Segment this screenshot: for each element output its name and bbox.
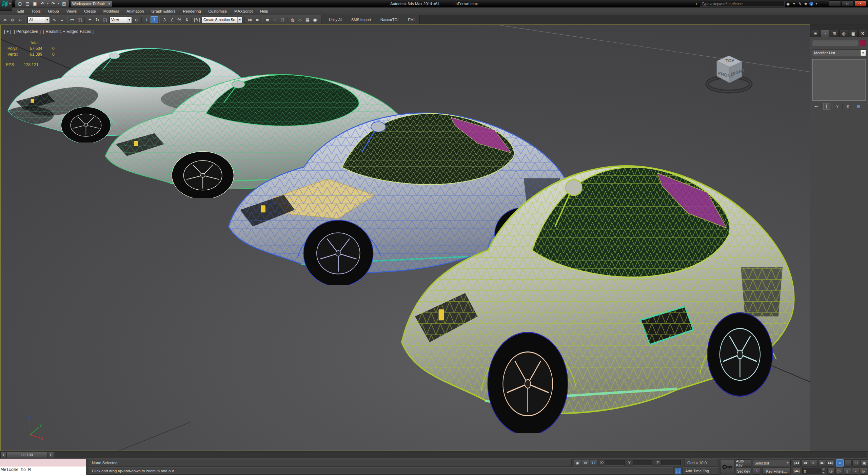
- viewcube-top-label[interactable]: TOP: [725, 58, 735, 63]
- keyboard-shortcut-override-toggle-button[interactable]: ⇧: [151, 16, 158, 23]
- application-menu-button[interactable]: ▾: [0, 0, 12, 11]
- unlink-selection-button[interactable]: ⊘: [9, 16, 16, 23]
- key-filters-button[interactable]: Key Filters...: [762, 468, 791, 475]
- perspective-viewport[interactable]: [ + ] [ Perspective ] [ Realistic + Edge…: [0, 24, 810, 451]
- render-production-button[interactable]: ◉: [311, 16, 319, 23]
- orbit-button[interactable]: ◔: [852, 468, 859, 475]
- window-crossing-toggle-button[interactable]: ◫: [76, 16, 83, 23]
- previous-frame-button[interactable]: ◀▮: [801, 459, 809, 467]
- remove-modifier-button[interactable]: ⊗: [844, 103, 851, 110]
- maximize-viewport-toggle-button[interactable]: ◲: [860, 468, 867, 475]
- restore-button[interactable]: ▭: [842, 0, 854, 6]
- custom-button-nascartgi[interactable]: NascarTGI: [376, 16, 403, 23]
- field-of-view-button[interactable]: ▷: [835, 468, 843, 475]
- show-end-result-button[interactable]: ∥: [823, 103, 830, 110]
- mirror-button[interactable]: ⋈: [246, 16, 254, 23]
- menu-edit[interactable]: Edit: [14, 8, 28, 14]
- tab-utilities[interactable]: ⚒: [858, 30, 867, 37]
- snaps-toggle-button[interactable]: 3: [161, 16, 168, 23]
- viewport-shading-menu[interactable]: [ Realistic + Edged Faces ]: [43, 29, 93, 34]
- render-setup-button[interactable]: ♨: [296, 16, 304, 23]
- help-caret-icon[interactable]: ▾: [815, 2, 817, 5]
- pin-stack-button[interactable]: ⊷: [813, 103, 820, 110]
- time-tag-icon[interactable]: ⬚: [675, 468, 681, 474]
- select-by-name-button[interactable]: ≡: [58, 16, 66, 23]
- tab-hierarchy[interactable]: ⊞: [830, 30, 839, 37]
- key-mode-toggle[interactable]: |◀▶|: [793, 468, 801, 474]
- communication-center-icon[interactable]: ✎: [798, 2, 801, 6]
- object-name-field[interactable]: [812, 40, 858, 46]
- align-button[interactable]: ≍: [254, 16, 261, 23]
- help-icon[interactable]: ?: [809, 2, 813, 6]
- menu-views[interactable]: Views: [63, 8, 80, 14]
- play-animation-button[interactable]: ▷: [810, 459, 817, 467]
- viewport-nav-menu[interactable]: [ + ]: [4, 29, 11, 34]
- next-frame-button[interactable]: ▮▶: [818, 459, 826, 467]
- search-binoculars-icon[interactable]: ◉: [787, 2, 790, 6]
- spinner-snap-toggle-button[interactable]: ⇕: [183, 16, 191, 23]
- select-and-scale-button[interactable]: ◱: [101, 16, 108, 23]
- material-editor-button[interactable]: ◍: [289, 16, 296, 23]
- rectangular-selection-region-button[interactable]: ▭: [68, 16, 76, 23]
- reference-coordinate-system-dropdown[interactable]: View▼: [110, 17, 132, 23]
- tab-display[interactable]: ▣: [849, 30, 858, 37]
- menu-modifiers[interactable]: Modifiers: [100, 8, 123, 14]
- viewport-pov-menu[interactable]: [ Perspective ]: [14, 29, 41, 34]
- selection-filter-dropdown[interactable]: All▼: [27, 17, 50, 23]
- undo-icon-caret[interactable]: ▾: [46, 2, 49, 5]
- search-input[interactable]: Type a keyword or phrase: [700, 1, 785, 7]
- open-file-icon[interactable]: ◳: [24, 1, 31, 6]
- time-slider-handle[interactable]: 0 / 100: [6, 452, 48, 458]
- modifier-stack-list[interactable]: [812, 59, 866, 100]
- tab-modify[interactable]: ◔: [820, 30, 829, 37]
- redo-icon-caret[interactable]: ▾: [57, 2, 60, 5]
- modifier-list-dropdown[interactable]: Modifier List ▼: [812, 50, 866, 56]
- project-folder-icon[interactable]: ▤: [61, 1, 67, 6]
- save-file-icon[interactable]: ▣: [32, 1, 38, 6]
- set-key-button[interactable]: Set Key: [736, 468, 751, 475]
- selection-set-dropdown[interactable]: Selected▼: [753, 460, 791, 466]
- select-and-move-button[interactable]: ⌖: [86, 16, 94, 23]
- select-object-button[interactable]: ⇖: [51, 16, 58, 23]
- bind-to-space-warp-button[interactable]: ≋: [16, 16, 24, 23]
- close-button[interactable]: ×: [854, 0, 867, 6]
- favorites-icon[interactable]: ★: [804, 2, 808, 6]
- tab-motion[interactable]: ◎: [839, 30, 848, 37]
- walk-through-button[interactable]: ‼: [844, 468, 851, 475]
- select-and-manipulate-button[interactable]: ∔: [143, 16, 151, 23]
- go-to-start-button[interactable]: |◀◀: [793, 459, 801, 467]
- set-keys-button[interactable]: [720, 460, 734, 474]
- absolute-offset-mode-toggle-button[interactable]: ⊡: [590, 460, 597, 466]
- infocenter-collapse-icon[interactable]: ▸: [696, 2, 698, 5]
- configure-modifier-sets-button[interactable]: ▦: [855, 103, 862, 110]
- coord-z-field[interactable]: [661, 460, 681, 466]
- viewcube[interactable]: TOP FRONT RIGHT: [702, 48, 756, 98]
- menu-graph-editors[interactable]: Graph Editors: [148, 8, 179, 14]
- angle-snap-toggle-button[interactable]: ∠: [168, 16, 176, 23]
- wireframe-car-chartreuse[interactable]: [390, 114, 808, 433]
- object-color-swatch[interactable]: [860, 40, 866, 46]
- add-time-tag[interactable]: Add Time Tag: [682, 467, 719, 475]
- menu-animation[interactable]: Animation: [123, 8, 147, 14]
- current-frame-field[interactable]: 0: [802, 468, 821, 474]
- manage-layers-button[interactable]: ≣: [264, 16, 271, 23]
- workspace-dropdown[interactable]: Workspace: Default ▼: [71, 1, 112, 7]
- time-configuration-button[interactable]: ◷: [827, 468, 835, 475]
- menu-create[interactable]: Create: [80, 8, 100, 14]
- undo-icon[interactable]: ↶: [39, 1, 46, 6]
- auto-key-button[interactable]: Auto Key: [736, 459, 751, 467]
- edit-named-selection-sets-button[interactable]: {✎}: [193, 16, 201, 23]
- custom-button-unity-ai[interactable]: Unity AI: [324, 16, 347, 23]
- custom-button-emi[interactable]: EMI: [403, 16, 419, 23]
- menu-customize[interactable]: Customize: [205, 8, 231, 14]
- listener-pane[interactable]: Welcome to M: [0, 467, 86, 475]
- go-to-end-button[interactable]: ▶▶|: [827, 459, 834, 467]
- maxscript-mini-listener[interactable]: Welcome to M: [0, 459, 86, 475]
- rendered-frame-window-button[interactable]: ▦: [304, 16, 311, 23]
- menu-rendering[interactable]: Rendering: [179, 8, 204, 14]
- tab-create[interactable]: ✳: [811, 30, 820, 37]
- minimize-button[interactable]: —: [829, 0, 841, 6]
- menu-tools[interactable]: Tools: [28, 8, 44, 14]
- time-slider-next-button[interactable]: >: [48, 452, 54, 458]
- curve-editor-button[interactable]: ∿: [271, 16, 279, 23]
